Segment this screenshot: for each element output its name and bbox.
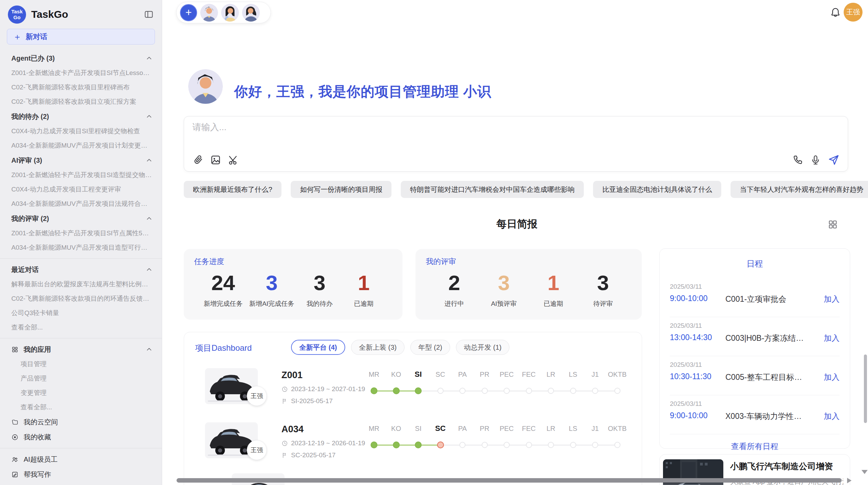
grid-icon[interactable] <box>828 219 838 231</box>
project-code[interactable]: A034 <box>281 424 304 435</box>
vertical-scrollbar[interactable] <box>864 355 867 423</box>
milestone-dot[interactable] <box>415 442 422 448</box>
milestone-dot[interactable] <box>371 442 377 448</box>
sidebar-section-header[interactable]: Agent已办 (3) <box>0 51 162 66</box>
sidebar-item[interactable]: C0X4-动力总成开发项目工程变更评审 <box>0 182 162 197</box>
sidebar-section-header[interactable]: AI评审 (3) <box>0 153 162 168</box>
sidebar-app-item[interactable]: 查看全部... <box>0 400 162 414</box>
sidebar-item[interactable]: A034-全新新能源MUV产品开发项目计划变更表编写 <box>0 138 162 153</box>
dashboard-tab[interactable]: 全新平台 (4) <box>291 340 345 355</box>
milestone-dot[interactable] <box>393 442 400 448</box>
agent-avatar-2[interactable] <box>221 4 239 22</box>
scroll-down-arrow[interactable] <box>861 470 868 474</box>
milestone-dot[interactable] <box>614 442 620 448</box>
milestone-dot[interactable] <box>614 388 620 394</box>
milestone-dot[interactable] <box>526 442 532 448</box>
scroll-right-arrow[interactable] <box>847 478 852 483</box>
milestone-dot[interactable] <box>371 387 377 394</box>
dashboard-tab[interactable]: 动总开发 (1) <box>456 340 509 355</box>
sidebar-item[interactable]: A034-全新新能源MUV产品开发项目造型可行性评审 <box>0 240 162 255</box>
join-link[interactable]: 加入 <box>824 294 840 304</box>
suggestion-chip[interactable]: 当下年轻人对汽车外观有怎样的喜好趋势 <box>731 181 868 198</box>
suggestion-chip[interactable]: 比亚迪全固态电池计划具体说了什么 <box>593 181 721 198</box>
milestone-dot[interactable] <box>415 387 422 394</box>
scissors-icon[interactable] <box>227 154 239 166</box>
sidebar-link-folder[interactable]: 我的云空间 <box>0 414 162 430</box>
milestone-dot[interactable] <box>437 388 444 394</box>
sidebar-footer-item[interactable]: 帮我写作 <box>0 467 162 482</box>
sidebar-app-item[interactable]: 项目管理 <box>0 357 162 371</box>
milestone-dot[interactable] <box>504 388 510 394</box>
join-link[interactable]: 加入 <box>824 333 840 344</box>
agent-avatar-3[interactable] <box>242 4 260 22</box>
suggestion-chip[interactable]: 特朗普可能对进口汽车增税会对中国车企造成哪些影响 <box>401 181 584 198</box>
dashboard-tab[interactable]: 年型 (2) <box>410 340 450 355</box>
notifications-bell-icon[interactable] <box>830 7 841 20</box>
schedule-list: 2025/03/119:00-10:00C001-立项审批会加入2025/03/… <box>670 278 840 434</box>
join-link[interactable]: 加入 <box>824 372 840 383</box>
sidebar-item[interactable]: C0X4-动力总成开发项目SI里程碑提交物检查 <box>0 124 162 138</box>
milestone-dot[interactable] <box>459 388 466 394</box>
sidebar-item[interactable]: Z001-全新燃油皮卡产品开发项目SI节点Lesson Learn报告 <box>0 66 162 80</box>
image-icon[interactable] <box>210 154 221 166</box>
project-code[interactable]: Z001 <box>281 370 303 381</box>
sidebar-item[interactable]: C02-飞腾新能源轻客改款项目立项汇报方案 <box>0 95 162 109</box>
milestone-dot[interactable] <box>526 388 532 394</box>
sidebar-item[interactable]: A034-全新新能源MUV产品开发项目法规符合性评审 <box>0 197 162 211</box>
stat-label: 新增AI完成任务 <box>249 299 294 308</box>
microphone-icon[interactable] <box>810 154 821 165</box>
sidebar-item[interactable]: 查看全部... <box>0 320 162 335</box>
user-avatar[interactable]: 王强 <box>844 3 863 22</box>
milestone-dot[interactable] <box>459 442 466 448</box>
milestone-dot[interactable] <box>393 387 400 394</box>
milestone-label: LS <box>569 371 577 378</box>
join-link[interactable]: 加入 <box>824 411 840 422</box>
sidebar-section-header[interactable]: 我的待办 (2) <box>0 109 162 124</box>
sidebar-app-item[interactable]: 变更管理 <box>0 386 162 400</box>
milestone-dot[interactable] <box>592 388 598 394</box>
sidebar-item[interactable]: 公司Q3轻卡销量 <box>0 306 162 320</box>
apps-grid-icon <box>11 346 19 353</box>
sidebar-section-title: AI评审 (3) <box>11 156 145 165</box>
sidebar-item[interactable]: C02-飞腾新能源轻客改款项目的闭环通告反馈情况 <box>0 291 162 306</box>
sidebar-footer-item[interactable]: 创意制图 <box>0 482 162 485</box>
milestone-dot[interactable] <box>570 442 576 448</box>
stat-label: 新增完成任务 <box>204 299 243 308</box>
sidebar-app-item[interactable]: 产品管理 <box>0 371 162 386</box>
milestone-dot[interactable] <box>548 388 554 394</box>
plus-icon: ＋ <box>13 31 22 42</box>
sidebar-item[interactable]: Z001-全新燃油轻卡产品开发项目SI节点属性5D文件评审 <box>0 226 162 240</box>
sidebar-collapse-icon[interactable] <box>144 10 154 19</box>
milestone-dot[interactable] <box>482 442 488 448</box>
sidebar-section-header[interactable]: 最近对话 <box>0 262 162 277</box>
phone-icon[interactable] <box>792 154 803 165</box>
sidebar-item[interactable]: C02-飞腾新能源轻客改款项目里程碑画布 <box>0 80 162 95</box>
milestone-dot[interactable] <box>482 388 488 394</box>
sidebar-link-label: 我的云空间 <box>24 418 153 427</box>
new-chat-button[interactable]: ＋ 新对话 <box>7 29 155 45</box>
view-all-schedule-link[interactable]: 查看所有日程 <box>670 434 840 452</box>
sidebar-section-header[interactable]: 我的评审 (2) <box>0 211 162 226</box>
sidebar-item[interactable]: Z001-全新燃油轻卡产品开发项目SI造型提交物评审 <box>0 168 162 182</box>
suggestion-chips: 欧洲新规最近颁布了什么?如何写一份清晰的项目周报特朗普可能对进口汽车增税会对中国… <box>184 181 868 198</box>
milestone-dot[interactable] <box>437 442 444 448</box>
milestone-dot[interactable] <box>504 442 510 448</box>
horizontal-scrollbar[interactable] <box>177 478 842 483</box>
milestone-dot[interactable] <box>592 442 598 448</box>
milestone-dot[interactable] <box>548 442 554 448</box>
sidebar-footer-item[interactable]: AI超级员工 <box>0 452 162 467</box>
milestone-dot[interactable] <box>570 388 576 394</box>
sidebar-section-header-apps[interactable]: 我的应用 <box>0 342 162 357</box>
sidebar-link-star-badge[interactable]: 我的收藏 <box>0 430 162 445</box>
dashboard-tab[interactable]: 全新上装 (3) <box>351 340 405 355</box>
send-icon[interactable] <box>828 154 840 166</box>
agent-avatar-1[interactable] <box>200 4 218 22</box>
add-agent-button[interactable]: + <box>180 4 197 21</box>
sidebar-item[interactable]: 解释最新出台的欧盟报废车法规再生塑料比例被调至15%... <box>0 277 162 291</box>
suggestion-chip[interactable]: 欧洲新规最近颁布了什么? <box>184 181 281 198</box>
chat-input[interactable] <box>192 121 604 145</box>
paperclip-icon[interactable] <box>192 154 204 166</box>
stat-column: 1已逾期 <box>345 272 383 308</box>
sidebar-section-title: 最近对话 <box>11 265 145 274</box>
suggestion-chip[interactable]: 如何写一份清晰的项目周报 <box>291 181 391 198</box>
